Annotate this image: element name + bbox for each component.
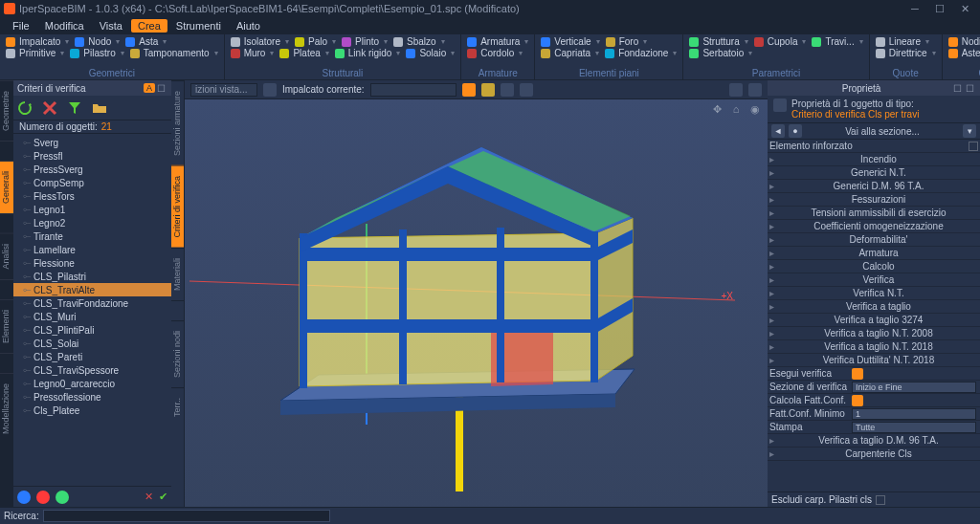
ribbon-capriata[interactable]: Capriata▾ <box>541 48 599 58</box>
tree-item-cls_travifondazione[interactable]: ⟜CLS_TraviFondazione <box>13 296 171 310</box>
right-panel-close-icon[interactable]: ☐ <box>964 83 976 94</box>
ribbon-platea[interactable]: Platea▾ <box>279 48 328 58</box>
vp-btn-2[interactable] <box>501 83 514 97</box>
ribbon-tamponamento[interactable]: Tamponamento▾ <box>130 48 218 58</box>
nav-next-icon[interactable]: ▾ <box>963 124 976 138</box>
model-viewport[interactable] <box>185 99 768 501</box>
vp-btn-orange[interactable] <box>462 83 476 97</box>
prop-section-verifica[interactable]: ▸Verifica <box>768 273 980 287</box>
side-tab-analisi[interactable]: Analisi <box>0 233 13 279</box>
prop-section-calcolo[interactable]: ▸Calcolo <box>768 260 980 273</box>
menu-strumenti[interactable]: Strumenti <box>169 19 228 33</box>
tree-item-compsemp[interactable]: ⟜CompSemp <box>13 176 171 189</box>
ribbon-pilastro[interactable]: Pilastro▾ <box>70 48 123 58</box>
panel-close-icon[interactable]: ☐ <box>155 83 167 94</box>
ribbon-solaio[interactable]: Solaio▾ <box>406 48 455 58</box>
ribbon-fondazione[interactable]: Fondazione▾ <box>605 48 677 58</box>
menu-vista[interactable]: Vista <box>93 19 129 33</box>
ribbon-palo[interactable]: Palo▾ <box>295 36 336 47</box>
prop-section-deformabilita-[interactable]: ▸Deformabilita' <box>768 233 980 247</box>
rail-terr..[interactable]: Terr.. <box>171 387 184 426</box>
prop-section-verifica-n-t-[interactable]: ▸Verifica N.T. <box>768 287 980 300</box>
combo[interactable]: Inizio e Fine <box>852 382 976 393</box>
prop-section-verifica-a-taglio-n-t-2018[interactable]: ▸Verifica a taglio N.T. 2018 <box>768 340 980 354</box>
minimize-icon[interactable]: ─ <box>903 2 926 15</box>
prop-section-generici-d-m-96-t-a-[interactable]: ▸Generici D.M. 96 T.A. <box>768 180 980 193</box>
menu-file[interactable]: File <box>6 19 36 33</box>
tree-item-cls_platee[interactable]: ⟜Cls_Platee <box>13 404 171 417</box>
ribbon-impalcato[interactable]: Impalcato▾ <box>6 36 69 47</box>
footer-delete-icon[interactable]: ✕ <box>145 491 153 503</box>
side-tab-modellazione[interactable]: Modellazione <box>0 373 13 444</box>
rail-sezioni-nodi[interactable]: Sezioni nodi <box>171 320 184 387</box>
menu-aiuto[interactable]: Aiuto <box>230 19 267 33</box>
vp-btn-1[interactable] <box>263 83 277 97</box>
tree-item-pressfl[interactable]: ⟜Pressfl <box>13 149 171 163</box>
ribbon-foro[interactable]: Foro▾ <box>606 36 648 47</box>
side-tab-elementi[interactable]: Elementi <box>0 299 13 353</box>
ribbon-link-rigido[interactable]: Link rigido▾ <box>335 48 401 58</box>
ribbon-nodo[interactable]: Nodo▾ <box>75 36 120 47</box>
tree-item-legno1[interactable]: ⟜Legno1 <box>13 203 171 216</box>
vp-btn-3[interactable] <box>520 83 533 97</box>
ribbon-isolatore[interactable]: Isolatore▾ <box>231 36 289 47</box>
vp-btn-tool[interactable] <box>481 83 495 97</box>
prop-section-verifica-a-taglio-d-m-96-t-a-[interactable]: ▸Verifica a taglio D.M. 96 T.A. <box>768 434 980 448</box>
ribbon-serbatoio[interactable]: Serbatoio▾ <box>689 48 752 58</box>
close-icon[interactable]: ✕ <box>953 2 976 15</box>
tool-dot-2[interactable] <box>36 491 50 504</box>
footer-ok-icon[interactable]: ✔ <box>159 491 167 503</box>
tree-item-cls_solai[interactable]: ⟜CLS_Solai <box>13 337 171 350</box>
checkbox[interactable] <box>852 395 863 406</box>
menu-crea[interactable]: Crea <box>131 19 167 33</box>
side-tab-generali[interactable]: Generali <box>0 161 13 213</box>
tree-item-cls_pareti[interactable]: ⟜CLS_Pareti <box>13 350 171 363</box>
prop-section-verifica-a-taglio-3274[interactable]: ▸Verifica a taglio 3274 <box>768 314 980 327</box>
nav-prev-icon[interactable]: ◄ <box>771 124 785 138</box>
tree-item-cls_pilastri[interactable]: ⟜CLS_Pilastri <box>13 270 171 283</box>
ribbon-travi-[interactable]: Travi...▾ <box>812 36 862 47</box>
prop-section-fessurazioni[interactable]: ▸Fessurazioni <box>768 193 980 207</box>
ribbon-primitive[interactable]: Primitive▾ <box>6 48 64 58</box>
combo[interactable]: Tutte <box>852 422 976 433</box>
escludi-checkbox[interactable] <box>876 495 885 505</box>
menu-modifica[interactable]: Modifica <box>38 19 91 33</box>
nav-label[interactable]: Vai alla sezione... <box>806 126 959 137</box>
vp-right-1[interactable] <box>729 83 743 97</box>
prop-section-incendio[interactable]: ▸Incendio <box>768 153 980 166</box>
combo[interactable]: 1 <box>852 408 976 420</box>
search-input[interactable] <box>43 510 330 522</box>
tree-item-presssverg[interactable]: ⟜PressSverg <box>13 163 171 176</box>
panel-min-icon[interactable]: ☐ <box>951 83 964 94</box>
ribbon-lineare[interactable]: Lineare▾ <box>876 36 929 47</box>
filter-icon[interactable] <box>67 100 82 116</box>
ribbon-muro[interactable]: Muro▾ <box>231 48 275 58</box>
tool-dot-3[interactable] <box>56 491 69 504</box>
folder-icon[interactable] <box>92 100 107 116</box>
ribbon-aste[interactable]: Aste▾ <box>948 48 980 58</box>
side-tab-geometrie[interactable]: Geometrie <box>0 80 13 141</box>
view-combo[interactable]: izioni vista... <box>190 83 257 97</box>
prop-section-verifica-a-taglio[interactable]: ▸Verifica a taglio <box>768 300 980 314</box>
tool-dot-1[interactable] <box>17 491 31 504</box>
nav-stop-icon[interactable]: ● <box>789 124 802 138</box>
tree-item-sverg[interactable]: ⟜Sverg <box>13 136 171 149</box>
ribbon-armatura[interactable]: Armatura▾ <box>467 36 528 47</box>
ribbon-sbalzo[interactable]: Sbalzo▾ <box>393 36 445 47</box>
prop-section-generici-n-t-[interactable]: ▸Generici N.T. <box>768 166 980 180</box>
impalcato-combo[interactable] <box>370 83 457 97</box>
tree-item-tirante[interactable]: ⟜Tirante <box>13 229 171 243</box>
prop-section-tensioni-ammissibili-di-esercizio[interactable]: ▸Tensioni ammissibili di esercizio <box>768 207 980 220</box>
ribbon-cupola[interactable]: Cupola▾ <box>754 36 807 47</box>
prop-section-verifica-a-taglio-n-t-2008[interactable]: ▸Verifica a taglio N.T. 2008 <box>768 327 980 340</box>
prop-section-carpenterie-cls[interactable]: ▸Carpenterie Cls <box>768 448 980 461</box>
tree-item-legno2[interactable]: ⟜Legno2 <box>13 216 171 229</box>
tree-item-cls_muri[interactable]: ⟜CLS_Muri <box>13 310 171 323</box>
vp-right-2[interactable] <box>748 83 762 97</box>
ribbon-direttrice[interactable]: Direttrice▾ <box>876 48 936 58</box>
rail-materiali[interactable]: Materiali <box>171 248 184 300</box>
tree-item-cls_plintipali[interactable]: ⟜CLS_PlintiPali <box>13 323 171 337</box>
prop-section-armatura[interactable]: ▸Armatura <box>768 247 980 260</box>
prop-section-verifica-duttilita-n-t-2018[interactable]: ▸Verifica Duttilita' N.T. 2018 <box>768 354 980 367</box>
maximize-icon[interactable]: ☐ <box>928 2 951 15</box>
